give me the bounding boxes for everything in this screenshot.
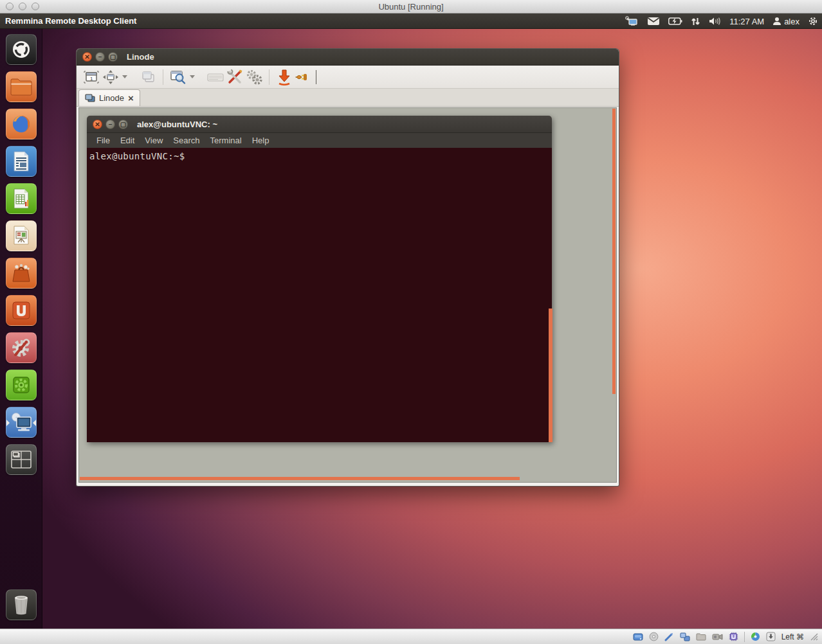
ubuntu-one-icon (10, 300, 32, 321)
gears-icon (245, 69, 263, 85)
vbox-hostkey-state-icon[interactable] (766, 632, 776, 641)
keyboard-icon (207, 71, 224, 84)
remote-desktop-viewport[interactable]: ✕ – ▢ alex@ubuntuVNC: ~ File Edit View S… (78, 107, 617, 483)
menu-file[interactable]: File (91, 134, 115, 147)
green-ubuntu-app-icon (10, 374, 32, 396)
preferences-button[interactable] (244, 68, 264, 86)
network-traffic-arrows-icon[interactable] (691, 17, 700, 26)
vbox-mouse-integration-icon[interactable] (751, 632, 760, 641)
vm-titlebar[interactable]: Ubuntu [Running] (0, 0, 822, 13)
launcher-item-ubuntu-one[interactable] (6, 295, 37, 326)
keyboard-grab-button[interactable] (206, 68, 225, 86)
toolbar-separator (269, 69, 269, 85)
remmina-maximize-button[interactable]: ▢ (108, 52, 118, 62)
launcher-item-firefox[interactable] (6, 109, 37, 139)
terminal-close-button[interactable]: ✕ (93, 120, 102, 129)
vbox-display-icon[interactable] (712, 632, 723, 641)
vbox-statusbar: Left ⌘ (0, 629, 822, 644)
home-folder-icon (10, 77, 33, 96)
clock[interactable]: 11:27 AM (729, 17, 764, 26)
remmina-window-controls: ✕ – ▢ (82, 52, 118, 62)
tab-label: Linode (99, 93, 124, 103)
remmina-close-button[interactable]: ✕ (82, 52, 92, 62)
terminal-maximize-button[interactable]: ▢ (118, 120, 128, 129)
launcher-item-ubuntu-green-app[interactable] (6, 370, 37, 400)
virtualbox-vm-screen: Ubuntu [Running] Remmina Remote Desktop … (0, 0, 822, 644)
vbox-network-icon[interactable] (680, 632, 690, 641)
battery-indicator-icon[interactable] (668, 17, 682, 25)
remmina-titlebar[interactable]: ✕ – ▢ Linode (77, 49, 619, 66)
menu-terminal[interactable]: Terminal (205, 134, 247, 147)
vbox-virtualization-icon[interactable] (729, 632, 738, 641)
launcher-item-workspace-switcher[interactable] (6, 444, 37, 475)
redraw-artifact-right (612, 109, 616, 394)
mac-zoom-button[interactable] (32, 3, 39, 10)
launcher-item-libreoffice-impress[interactable] (6, 220, 37, 251)
tools-button[interactable] (225, 68, 244, 86)
mac-close-button[interactable] (6, 3, 14, 10)
settings-gear-wrench-icon (10, 336, 33, 359)
terminal-minimize-button[interactable]: – (105, 120, 115, 129)
volume-indicator-icon[interactable] (709, 17, 721, 26)
duplicate-connection-button[interactable] (138, 68, 158, 86)
launcher-item-files[interactable] (6, 71, 37, 102)
resize-grip[interactable] (810, 632, 818, 641)
scaled-viewing-button[interactable] (169, 68, 188, 86)
orange-download-arrow-icon (277, 69, 292, 85)
plug-disconnect-button[interactable] (294, 68, 313, 86)
toolbar-separator (163, 69, 163, 85)
session-gear-icon[interactable] (808, 16, 818, 26)
menu-edit[interactable]: Edit (115, 134, 140, 147)
fit-window-icon (102, 69, 119, 85)
tab-connection-icon (85, 94, 95, 102)
redraw-artifact-strip (549, 309, 553, 442)
fit-window-menu-button[interactable] (120, 68, 129, 86)
remmina-minimize-button[interactable]: – (95, 52, 105, 62)
launcher-item-remmina[interactable] (6, 407, 37, 438)
vbox-sharedfolders-icon[interactable] (696, 632, 706, 641)
running-pip (6, 420, 10, 426)
ubuntu-top-panel: Remmina Remote Desktop Client 11:27 AM a… (0, 13, 822, 29)
toggle-fullscreen-button[interactable]: 1 (82, 68, 101, 86)
terminal-window-title: alex@ubuntuVNC: ~ (137, 120, 217, 129)
terminal-titlebar[interactable]: ✕ – ▢ alex@ubuntuVNC: ~ (87, 116, 552, 133)
svg-text:1: 1 (90, 75, 93, 81)
vbox-optical-icon[interactable] (649, 632, 659, 641)
tab-close-button[interactable]: × (128, 93, 134, 103)
workspace-grid-icon (10, 450, 32, 469)
menu-search[interactable]: Search (168, 134, 205, 147)
fullscreen-icon: 1 (84, 70, 99, 84)
menu-view[interactable]: View (140, 134, 168, 147)
mac-minimize-button[interactable] (19, 3, 26, 10)
connection-tab-linode[interactable]: Linode × (78, 89, 140, 106)
terminal-content[interactable]: alex@ubuntuVNC:~$ (87, 148, 552, 442)
messages-envelope-icon[interactable] (647, 17, 660, 26)
remmina-window: ✕ – ▢ Linode 1 (76, 48, 619, 487)
terminal-window-controls: ✕ – ▢ (93, 120, 128, 129)
menu-help[interactable]: Help (247, 134, 275, 147)
user-menu[interactable]: alex (772, 17, 799, 26)
launcher-item-dash-home[interactable] (6, 34, 37, 65)
vbox-harddisk-icon[interactable] (633, 632, 643, 641)
mac-window-controls (6, 3, 39, 10)
tools-icon (226, 69, 243, 85)
redraw-artifact-bottom (80, 477, 520, 480)
launcher-item-libreoffice-calc[interactable] (6, 183, 37, 214)
fit-window-button[interactable] (101, 68, 120, 86)
launcher-item-libreoffice-writer[interactable] (6, 146, 37, 177)
vm-window-title: Ubuntu [Running] (0, 2, 822, 12)
impress-presentation-icon (12, 225, 31, 247)
firefox-icon (10, 112, 33, 136)
scaled-viewing-icon (170, 69, 187, 85)
writer-document-icon (12, 150, 31, 172)
launcher-item-trash[interactable] (6, 589, 37, 620)
remote-desktop-indicator-icon[interactable] (625, 16, 639, 26)
app-menu-title[interactable]: Remmina Remote Desktop Client (5, 16, 136, 26)
launcher-item-ubuntu-software-center[interactable] (6, 258, 37, 289)
launcher-item-system-settings[interactable] (6, 332, 37, 363)
plug-icon (295, 70, 312, 84)
remmina-window-title: Linode (127, 52, 154, 62)
vbox-usb-icon[interactable] (664, 632, 674, 641)
scaled-viewing-menu-button[interactable] (188, 68, 197, 86)
disconnect-arrow-button[interactable] (275, 68, 294, 86)
